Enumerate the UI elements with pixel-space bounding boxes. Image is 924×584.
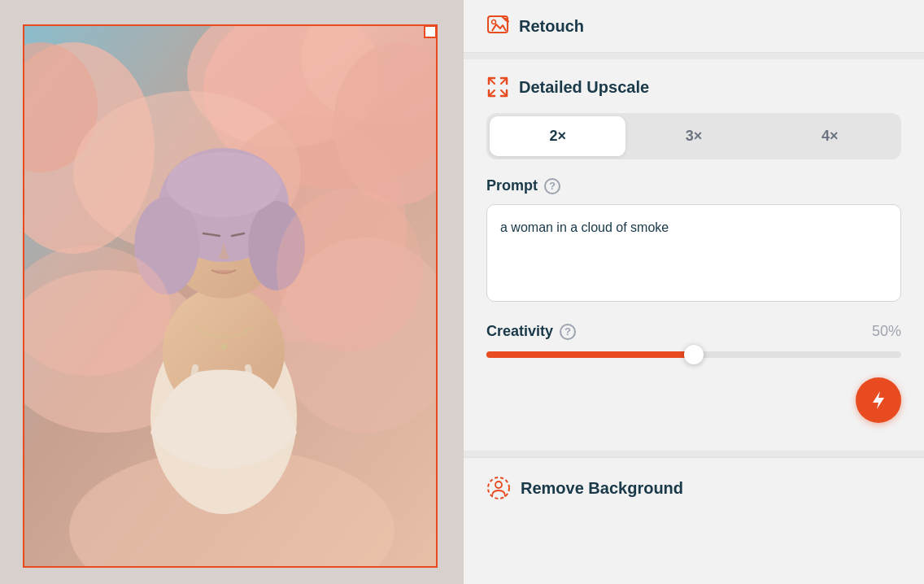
upscale-icon <box>486 76 509 98</box>
image-scene <box>24 26 438 568</box>
flash-icon <box>867 389 890 412</box>
section-divider-1 <box>464 53 924 59</box>
creativity-label: Creativity ? <box>486 323 576 340</box>
scale-2x-button[interactable]: 2× <box>490 116 625 156</box>
scale-3x-button[interactable]: 3× <box>625 116 761 156</box>
section-divider-2 <box>464 451 924 457</box>
retouch-section[interactable]: Retouch <box>464 0 924 53</box>
image-panel <box>0 0 464 584</box>
creativity-help-icon[interactable]: ? <box>560 324 576 340</box>
scale-button-group: 2× 3× 4× <box>486 113 901 159</box>
remove-background-title: Remove Background <box>521 479 683 498</box>
retouch-title: Retouch <box>519 17 584 36</box>
prompt-label: Prompt ? <box>486 177 901 194</box>
svg-point-28 <box>492 20 496 24</box>
scale-4x-button[interactable]: 4× <box>762 116 898 156</box>
remove-background-section[interactable]: Remove Background <box>464 457 924 518</box>
creativity-slider-container[interactable] <box>486 351 901 358</box>
creativity-row: Creativity ? 50% <box>486 323 901 340</box>
corner-handle[interactable] <box>424 25 437 38</box>
upscale-section: Detailed Upscale 2× 3× 4× Prompt ? a wom… <box>464 59 924 451</box>
prompt-help-icon[interactable]: ? <box>544 178 560 194</box>
right-panel: Retouch Detailed Upscale 2× 3× 4× <box>464 0 924 584</box>
svg-point-26 <box>277 189 423 351</box>
flash-button-container <box>486 377 901 423</box>
prompt-label-text: Prompt <box>486 177 538 194</box>
prompt-input[interactable]: a woman in a cloud of smoke <box>486 204 901 302</box>
creativity-label-text: Creativity <box>486 323 553 340</box>
remove-bg-icon <box>486 476 511 500</box>
image-container <box>23 24 438 568</box>
svg-point-30 <box>495 482 502 488</box>
creativity-value: 50% <box>872 323 901 340</box>
svg-point-19 <box>167 152 281 217</box>
upscale-title: Detailed Upscale <box>519 78 649 97</box>
retouch-icon <box>486 15 509 37</box>
svg-point-22 <box>220 343 227 350</box>
generate-button[interactable] <box>856 377 901 423</box>
upscale-header: Detailed Upscale <box>486 76 901 98</box>
